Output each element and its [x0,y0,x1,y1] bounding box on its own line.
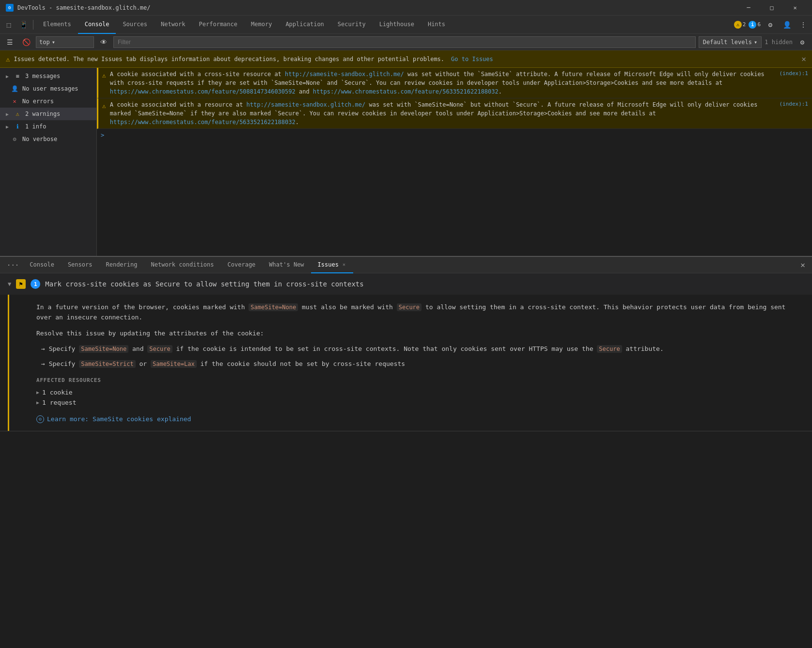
tab-performance[interactable]: Performance [192,16,244,34]
issue-chevron-1: ▼ [8,281,11,287]
issue-arrow-item-2: → Specify SameSite=Strict or SameSite=La… [36,359,800,369]
msg2-link1[interactable]: http://samesite-sandbox.glitch.me/ [247,101,366,108]
console-message-1: ⚠ A cookie associated with a cross-site … [97,68,812,98]
prompt-symbol: > [101,132,104,139]
hidden-count-label: 1 hidden [765,39,793,46]
msg2-location[interactable]: (index):1 [779,100,808,126]
sidebar-toggle-button[interactable]: ☰ [3,35,16,49]
tab-security[interactable]: Security [331,16,373,34]
titlebar-controls: ─ □ ✕ [737,0,806,16]
sidebar-label-all: 3 messages [25,73,60,79]
msg1-location[interactable]: (index):1 [779,70,808,96]
context-value: top [39,39,50,46]
tab-network[interactable]: Network [154,16,192,34]
clear-console-button[interactable]: 🚫 [19,35,33,49]
code-samesite-strict: SameSite=Strict [79,360,135,368]
devtools-icon: ⚙ [6,4,14,12]
issue-resolve-label: Resolve this issue by updating the attri… [36,329,800,339]
titlebar-title: DevTools - samesite-sandbox.glitch.me/ [17,4,151,11]
sidebar-label-info: 1 info [25,123,46,130]
resource-item-request[interactable]: ▶ 1 request [36,397,800,408]
sidebar-item-verbose[interactable]: ⚙ No verbose [0,133,96,145]
bottom-tab-issues[interactable]: Issues ✕ [311,257,353,273]
bottom-tab-whats-new[interactable]: What's New [262,257,311,273]
code-samesite-none-2: SameSite=None [79,345,128,353]
resource-chevron-request: ▶ [36,400,39,405]
console-section: ☰ 🚫 top ▾ 👁 Default levels ▾ 1 hidden ⚙ … [0,34,812,257]
tab-lighthouse[interactable]: Lighthouse [373,16,421,34]
sidebar-item-warnings[interactable]: ▶ ⚠ 2 warnings [0,108,96,120]
issue-group-1: ▼ ⚑ 1 Mark cross-site cookies as Secure … [0,273,812,431]
issues-banner-close[interactable]: ✕ [801,54,806,63]
console-message-text-1: A cookie associated with a cross-site re… [110,70,776,96]
bottom-panel: ··· Console Sensors Rendering Network co… [0,257,812,648]
info-badge-container: i 6 [749,21,761,29]
filter-input[interactable] [113,36,696,48]
user-button[interactable]: 👤 [780,18,794,32]
msg1-link3[interactable]: https://www.chromestatus.com/feature/563… [313,88,499,95]
bottom-tab-coverage[interactable]: Coverage [221,257,263,273]
msg2-link2[interactable]: https://www.chromestatus.com/feature/563… [110,119,296,126]
sidebar-chevron-all: ▶ [6,74,9,79]
log-levels-button[interactable]: Default levels ▾ [699,36,762,48]
hidden-settings-button[interactable]: ⚙ [796,35,809,49]
bottom-tab-console[interactable]: Console [23,257,61,273]
tab-application[interactable]: Application [279,16,330,34]
warning-badge-container: ⚠ 2 [734,21,746,29]
close-button[interactable]: ✕ [784,0,806,16]
console-sidebar: ▶ ≡ 3 messages 👤 No user messages ✕ No e… [0,68,97,256]
minimize-button[interactable]: ─ [737,0,760,16]
tab-hints[interactable]: Hints [421,16,452,34]
code-secure-2: Secure [147,345,172,353]
eye-button[interactable]: 👁 [97,35,110,49]
msg1-link1[interactable]: http://samesite-sandbox.glitch.me/ [285,71,404,78]
levels-label: Default levels [703,39,752,46]
sidebar-item-user[interactable]: 👤 No user messages [0,82,96,95]
resource-label-request: 1 request [42,399,76,406]
sidebar-chevron-info: ▶ [6,124,9,129]
tab-console[interactable]: Console [78,16,116,34]
more-button[interactable]: ⋮ [796,18,810,32]
issues-banner: ⚠ Issues detected. The new Issues tab di… [0,50,812,68]
bottom-tab-network-conditions[interactable]: Network conditions [144,257,220,273]
hidden-count-area: 1 hidden ⚙ [765,35,809,49]
issues-tab-close[interactable]: ✕ [342,261,346,268]
titlebar: ⚙ DevTools - samesite-sandbox.glitch.me/… [0,0,812,16]
issue-header-1[interactable]: ▼ ⚑ 1 Mark cross-site cookies as Secure … [0,273,812,295]
bottom-tab-rendering[interactable]: Rendering [99,257,144,273]
settings-button[interactable]: ⚙ [764,18,777,32]
sidebar-item-info[interactable]: ▶ ℹ 1 info [0,120,96,133]
sidebar-item-all[interactable]: ▶ ≡ 3 messages [0,70,96,82]
tab-elements[interactable]: Elements [36,16,78,34]
warning-count: 2 [743,21,746,28]
device-emulation-button[interactable]: 📱 [16,18,30,32]
bottom-tab-sensors[interactable]: Sensors [61,257,99,273]
issues-panel: ▼ ⚑ 1 Mark cross-site cookies as Secure … [0,273,812,648]
sidebar-item-errors[interactable]: ✕ No errors [0,95,96,108]
issue-body-1: In a future version of the browser, cook… [8,295,812,431]
resource-label-cookie: 1 cookie [42,389,73,396]
msg1-link2[interactable]: https://www.chromestatus.com/feature/508… [110,88,296,95]
console-prompt[interactable]: > [97,129,812,142]
inspect-element-button[interactable]: ⬚ [2,18,16,32]
resource-item-cookie[interactable]: ▶ 1 cookie [36,387,800,397]
all-messages-icon: ≡ [14,72,21,80]
bottom-panel-close[interactable]: ✕ [796,260,809,269]
affected-resources-title: AFFECTED RESOURCES [36,377,800,383]
bottom-toolbar: ··· Console Sensors Rendering Network co… [0,257,812,273]
affected-resources: AFFECTED RESOURCES ▶ 1 cookie ▶ 1 reques… [36,377,800,408]
sidebar-label-user: No user messages [22,85,78,92]
tab-memory[interactable]: Memory [244,16,279,34]
restore-button[interactable]: □ [761,0,783,16]
sidebar-label-errors: No errors [22,98,54,105]
issues-banner-icon: ⚠ [6,55,10,63]
code-samesite-none-1: SameSite=None [249,303,298,311]
learn-more-link[interactable]: ⊙ Learn more: SameSite cookies explained [36,415,800,423]
console-toolbar: ☰ 🚫 top ▾ 👁 Default levels ▾ 1 hidden ⚙ [0,34,812,50]
bottom-more-button[interactable]: ··· [3,261,23,269]
info-icon: ℹ [14,123,21,130]
tab-sources[interactable]: Sources [116,16,154,34]
context-selector[interactable]: top ▾ [36,36,94,48]
code-samesite-lax: SameSite=Lax [151,360,197,368]
go-to-issues-link[interactable]: Go to Issues [451,56,493,63]
